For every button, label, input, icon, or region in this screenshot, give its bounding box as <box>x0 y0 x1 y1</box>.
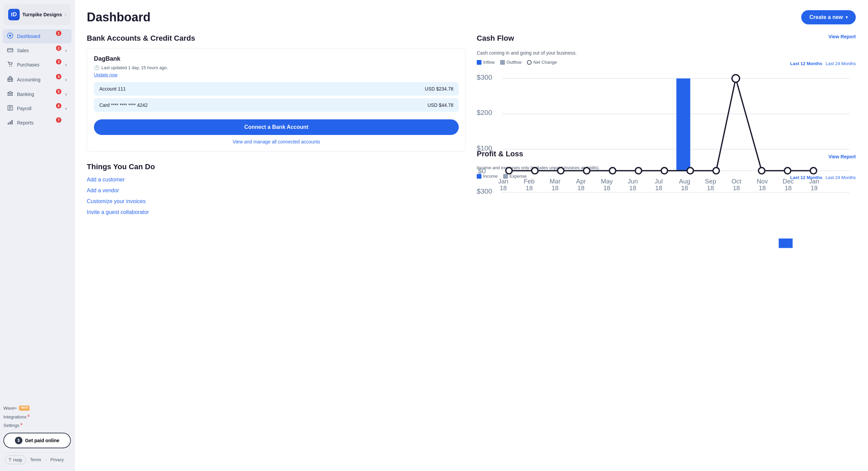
cashflow-line <box>509 78 813 171</box>
right-column: Cash Flow View Report Cash coming in and… <box>477 34 856 225</box>
help-bar: ? Help Terms · Privacy <box>3 452 71 467</box>
svg-point-4 <box>9 66 10 66</box>
svg-text:Oct: Oct <box>731 178 742 185</box>
wave-plus-section[interactable]: Wave+ NEW <box>3 406 71 411</box>
sales-chevron-icon: ∨ <box>65 48 67 53</box>
sidebar-badge-dashboard: 1 <box>56 31 61 36</box>
account-row-1[interactable]: Account 111 USD $234.78 <box>94 82 459 96</box>
cashflow-title: Cash Flow <box>477 34 514 43</box>
cashflow-24mo-btn[interactable]: Last 24 Months <box>826 61 856 66</box>
sidebar-item-reports[interactable]: Reports 7 <box>3 116 72 130</box>
netchange-icon <box>527 60 532 65</box>
things-title: Things You Can Do <box>87 162 466 171</box>
svg-rect-12 <box>9 108 12 109</box>
netchange-legend: Net Change <box>527 60 557 65</box>
add-vendor-link[interactable]: Add a vendor <box>87 188 466 194</box>
svg-rect-13 <box>9 109 11 110</box>
svg-text:$300: $300 <box>477 73 492 81</box>
svg-text:Aug: Aug <box>679 178 690 185</box>
bank-section-title: Bank Accounts & Credit Cards <box>87 34 466 43</box>
cashflow-12mo-btn[interactable]: Last 12 Months <box>790 61 822 66</box>
cashflow-legend: Inflow Outflow Net Change <box>477 60 557 65</box>
svg-point-29 <box>609 168 616 174</box>
nav-section: Dashboard 1 Sales 2 ∨ <box>0 29 74 401</box>
sidebar-badge-reports: 7 <box>56 117 61 123</box>
sidebar-item-accounting[interactable]: Accounting 4 ∨ <box>3 73 72 87</box>
payroll-chevron-icon: ∨ <box>65 106 67 111</box>
sidebar-item-dashboard[interactable]: Dashboard 1 <box>3 29 72 43</box>
left-column: Bank Accounts & Credit Cards DagBank 🕐 L… <box>87 34 466 225</box>
add-customer-link[interactable]: Add a customer <box>87 177 466 183</box>
svg-point-30 <box>635 168 642 174</box>
payroll-icon <box>7 105 14 112</box>
terms-link[interactable]: Terms <box>30 457 41 462</box>
sidebar-badge-purchases: 3 <box>56 59 61 64</box>
cashflow-view-report-link[interactable]: View Report <box>828 34 856 39</box>
customize-invoices-link[interactable]: Customize your invoices <box>87 198 466 204</box>
sidebar-item-label-sales: Sales <box>17 48 29 53</box>
inflow-dot <box>477 60 481 65</box>
create-new-button[interactable]: Create a new ▾ <box>801 10 856 24</box>
get-paid-label: Get paid online <box>25 438 59 443</box>
sidebar-item-label-accounting: Accounting <box>17 77 40 82</box>
svg-rect-11 <box>9 106 12 107</box>
account-row-2[interactable]: Card **** **** **** 4242 USD $44.78 <box>94 98 459 112</box>
get-paid-button[interactable]: $ Get paid online <box>3 433 71 448</box>
cashflow-section: Cash Flow View Report Cash coming in and… <box>477 34 856 139</box>
help-button[interactable]: ? Help <box>5 455 26 464</box>
brand-logo: tD <box>8 9 20 20</box>
svg-text:$100: $100 <box>477 144 492 152</box>
outflow-dot <box>500 60 505 65</box>
svg-point-35 <box>758 168 765 174</box>
settings-link[interactable]: Settings 9 <box>3 422 71 429</box>
pnl-chart: $300 <box>477 185 856 225</box>
account-1-label: Account 111 <box>99 86 126 92</box>
sidebar-item-purchases[interactable]: Purchases 3 ∨ <box>3 58 72 72</box>
svg-text:$200: $200 <box>477 109 492 116</box>
inflow-label: Inflow <box>483 60 495 65</box>
integrations-link[interactable]: Integrations 8 <box>3 413 71 420</box>
outflow-label: Outflow <box>507 60 521 65</box>
svg-point-36 <box>784 168 791 174</box>
svg-point-25 <box>506 168 512 174</box>
account-1-amount: USD $234.78 <box>425 86 453 92</box>
sidebar-item-sales[interactable]: Sales 2 ∨ <box>3 44 72 57</box>
bank-name: DagBank <box>94 55 459 62</box>
inflow-legend: Inflow <box>477 60 495 65</box>
cashflow-header: Cash Flow View Report <box>477 34 856 48</box>
svg-rect-3 <box>7 50 13 50</box>
svg-point-28 <box>584 168 590 174</box>
sidebar-item-payroll[interactable]: Payroll 6 ∨ <box>3 102 72 115</box>
svg-rect-16 <box>12 120 13 124</box>
things-links: Add a customer Add a vendor Customize yo… <box>87 177 466 215</box>
svg-point-33 <box>713 168 719 174</box>
svg-point-31 <box>661 168 668 174</box>
invite-collaborator-link[interactable]: Invite a guest collaborator <box>87 209 466 215</box>
svg-rect-15 <box>10 121 11 124</box>
cashflow-svg: $300 $200 $100 $0 <box>477 71 856 197</box>
account-2-amount: USD $44.78 <box>428 102 453 108</box>
manage-accounts-link[interactable]: View and manage all connected accounts <box>94 139 459 144</box>
last-updated-text: 🕐 Last updated 1 day, 15 hours ago. <box>94 65 459 70</box>
brand-button[interactable]: tD Turnpike Designs › <box>3 4 71 25</box>
svg-text:Nov: Nov <box>757 178 768 185</box>
privacy-link[interactable]: Privacy <box>51 457 64 462</box>
connect-bank-button[interactable]: Connect a Bank Account <box>94 119 459 135</box>
sales-icon <box>7 47 14 54</box>
pnl-svg: $300 <box>477 185 856 261</box>
svg-point-32 <box>687 168 693 174</box>
svg-text:Feb: Feb <box>524 178 535 185</box>
update-now-link[interactable]: Update now <box>94 72 117 77</box>
help-label: Help <box>13 457 22 463</box>
svg-text:Apr: Apr <box>576 178 586 185</box>
svg-text:Dec: Dec <box>783 178 794 185</box>
svg-text:Jun: Jun <box>628 178 638 185</box>
sidebar-item-label-reports: Reports <box>17 120 34 125</box>
pnl-bar-dec <box>779 238 793 248</box>
sidebar-item-banking[interactable]: Banking 5 ∨ <box>3 87 72 101</box>
accounting-chevron-icon: ∨ <box>65 78 67 82</box>
bank-card: DagBank 🕐 Last updated 1 day, 15 hours a… <box>87 48 466 152</box>
sidebar-item-label-purchases: Purchases <box>17 62 39 67</box>
cashflow-bar-oct <box>676 78 690 171</box>
sidebar: tD Turnpike Designs › Dashboard 1 <box>0 0 75 471</box>
